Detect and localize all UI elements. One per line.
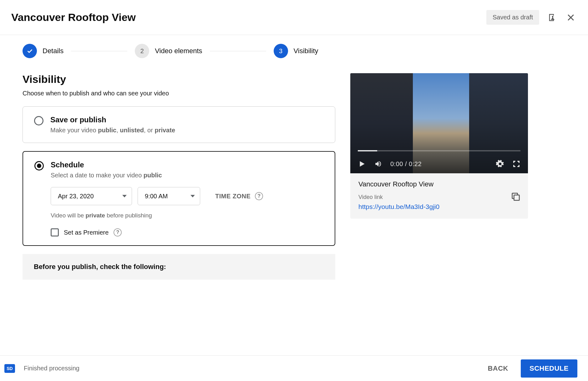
copy-icon[interactable] <box>510 191 521 202</box>
play-icon[interactable] <box>358 160 366 168</box>
chevron-down-icon <box>190 195 195 197</box>
premiere-label: Set as Premiere <box>64 229 109 236</box>
video-controls: 0:00 / 0:22 <box>350 155 528 173</box>
date-value: Apr 23, 2020 <box>58 193 94 200</box>
step-number: 3 <box>274 44 288 58</box>
step-divider <box>210 51 266 51</box>
option-save-or-publish[interactable]: Save or publish Make your video public, … <box>23 106 335 143</box>
timezone-label: TIME ZONE ? <box>215 192 263 200</box>
step-details[interactable]: Details <box>23 44 63 58</box>
option-schedule[interactable]: Schedule Select a date to make your vide… <box>23 151 335 246</box>
text: , <box>116 127 120 134</box>
publish-notice: Before you publish, check the following: <box>23 254 335 280</box>
fullscreen-icon[interactable] <box>512 160 520 168</box>
option-title: Save or publish <box>50 115 175 124</box>
dialog-header: Vancouver Rooftop View Saved as draft <box>0 0 588 35</box>
text: Make your video <box>50 127 98 134</box>
chevron-down-icon <box>122 195 127 197</box>
gear-icon[interactable] <box>496 160 504 168</box>
step-label: Details <box>43 47 63 55</box>
time-value: 9:00 AM <box>145 193 168 200</box>
step-visibility[interactable]: 3 Visibility <box>274 44 318 58</box>
quality-badge: SD <box>4 364 15 373</box>
exit-icon[interactable] <box>548 13 557 22</box>
page-title: Vancouver Rooftop View <box>11 11 136 23</box>
text: before publishing <box>105 212 152 219</box>
text-bold: private <box>155 127 175 134</box>
stepper: Details 2 Video elements 3 Visibility <box>23 44 565 58</box>
content-area: Details 2 Video elements 3 Visibility Vi… <box>0 35 588 280</box>
video-time: 0:00 / 0:22 <box>390 160 422 168</box>
draft-status-chip: Saved as draft <box>486 10 539 25</box>
text: Video will be <box>51 212 86 219</box>
time-picker[interactable]: 9:00 AM <box>138 187 200 205</box>
header-actions: Saved as draft <box>486 10 575 25</box>
step-label: Visibility <box>294 47 318 55</box>
step-video-elements[interactable]: 2 Video elements <box>135 44 202 58</box>
svg-rect-0 <box>514 195 519 200</box>
video-preview[interactable]: 0:00 / 0:22 <box>350 73 528 173</box>
video-title: Vancouver Rooftop View <box>358 180 520 188</box>
text-bold: private <box>86 212 105 219</box>
volume-icon[interactable] <box>374 160 382 168</box>
text-bold: public <box>98 127 116 134</box>
section-subheading: Choose when to publish and who can see y… <box>23 90 335 97</box>
processing-status: Finished processing <box>24 365 79 372</box>
close-icon[interactable] <box>566 13 575 22</box>
video-meta: Vancouver Rooftop View Video link https:… <box>350 173 528 219</box>
video-link[interactable]: https://youtu.be/Ma3Id-3gji0 <box>358 203 520 211</box>
text: Select a date to make your video <box>51 172 144 179</box>
option-desc: Select a date to make your video public <box>51 172 162 179</box>
text-bold: public <box>144 172 162 179</box>
schedule-button[interactable]: SCHEDULE <box>521 359 577 378</box>
premiere-checkbox[interactable] <box>51 228 59 236</box>
dialog-footer: SD Finished processing BACK SCHEDULE <box>0 355 588 381</box>
option-desc: Make your video public, unlisted, or pri… <box>50 127 175 134</box>
help-icon[interactable]: ? <box>255 192 263 200</box>
text: , or <box>144 127 155 134</box>
help-icon[interactable]: ? <box>114 228 122 236</box>
step-divider <box>71 51 127 51</box>
video-link-label: Video link <box>358 194 520 201</box>
radio-save-or-publish[interactable] <box>34 116 43 125</box>
option-title: Schedule <box>51 160 162 169</box>
text-bold: unlisted <box>120 127 144 134</box>
video-progress-bar[interactable] <box>358 150 520 151</box>
step-label: Video elements <box>155 47 202 55</box>
back-button[interactable]: BACK <box>481 360 515 377</box>
section-heading: Visibility <box>23 73 335 85</box>
radio-schedule[interactable] <box>34 161 44 170</box>
schedule-note: Video will be private before publishing <box>51 212 323 219</box>
step-number: 2 <box>135 44 149 58</box>
text: TIME ZONE <box>215 193 251 200</box>
check-icon <box>23 44 37 58</box>
date-picker[interactable]: Apr 23, 2020 <box>51 187 132 205</box>
